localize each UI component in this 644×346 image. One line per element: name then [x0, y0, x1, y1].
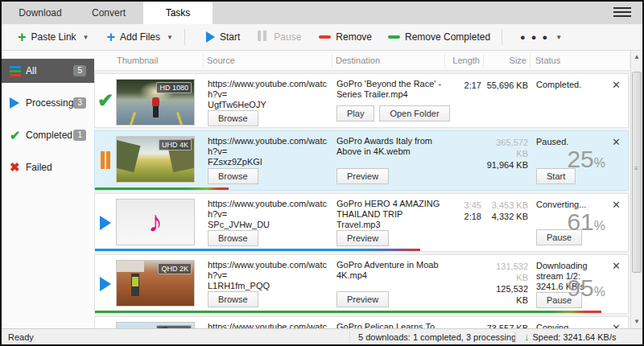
app-window: Download Convert Tasks + Paste Link ▼ + … [0, 0, 644, 346]
paste-link-button[interactable]: + Paste Link ▼ [13, 28, 93, 46]
progress-bar [95, 249, 420, 251]
sidebar-item-completed[interactable]: ✔ Completed 1 [2, 123, 94, 147]
length-cell [446, 317, 485, 328]
sidebar-item-all[interactable]: All 5 [2, 59, 94, 83]
quality-badge: UHD 4K [159, 139, 192, 150]
progress-bar [95, 187, 229, 190]
task-row[interactable]: ♪ https://www.youtube.com/watch?v=SPc_JV… [94, 193, 629, 252]
length-cell: 2:17 [446, 74, 485, 127]
tab-convert[interactable]: Convert [74, 2, 143, 24]
preview-button[interactable]: Preview [336, 230, 389, 246]
add-files-button[interactable]: + Add Files ▼ [101, 28, 177, 46]
source-url: https://www.youtube.com/watch?v=quf9nnOW… [208, 322, 328, 328]
status-speed: ↓ Speed: 3241.64 KB/s [515, 332, 616, 343]
source-url: https://www.youtube.com/watch?v=SPc_JVHw… [208, 199, 328, 230]
progress-bar [95, 311, 601, 313]
length-cell: 3:45 2:18 [446, 194, 485, 251]
chevron-down-icon[interactable]: ▼ [167, 34, 173, 41]
remove-completed-button[interactable]: Remove Completed [383, 28, 495, 46]
audio-thumbnail: ♪ [116, 199, 195, 245]
task-row[interactable]: ✔ HD 1080 https://www.youtube.com/watch?… [94, 73, 629, 128]
remove-icon [319, 35, 331, 39]
count-badge: 1 [73, 130, 86, 141]
destination-file: GoPro 'Beyond the Race' - Series Trailer… [336, 79, 443, 100]
chevron-down-icon: ▼ [555, 34, 562, 41]
start-button[interactable]: Start [201, 28, 245, 46]
remove-completed-label: Remove Completed [405, 31, 490, 43]
processing-icon [10, 97, 26, 109]
progress-percent: 61% [567, 210, 605, 238]
paste-link-label: Paste Link [31, 31, 76, 43]
count-badge: 5 [73, 65, 86, 76]
close-icon[interactable]: ✕ [612, 80, 621, 90]
scroll-down-icon[interactable]: ▼ [632, 316, 642, 327]
close-icon[interactable]: ✕ [612, 137, 621, 147]
pause-label: Pause [274, 31, 301, 43]
status-bar: Ready 5 downloads: 1 completed, 3 proces… [2, 328, 642, 344]
close-icon[interactable]: ✕ [612, 261, 621, 271]
processing-status-icon [100, 277, 111, 291]
scrollbar-thumb[interactable]: ≡ [632, 72, 642, 273]
chevron-down-icon[interactable]: ▼ [83, 34, 89, 41]
task-row[interactable]: QHD 2K https://www.youtube.com/watch?v=L… [94, 254, 629, 314]
video-thumbnail: HD 1080 [116, 79, 195, 126]
destination-file: GoPro Adventure in Moab 4K.mp4 [336, 260, 443, 281]
sidebar-label: Failed [26, 162, 52, 173]
processing-status-icon [100, 216, 111, 230]
remove-button[interactable]: Remove [314, 28, 377, 46]
scroll-up-icon[interactable]: ▲ [632, 51, 642, 63]
sidebar-label: Completed [26, 130, 72, 141]
col-thumbnail: Thumbnail [94, 54, 204, 68]
browse-button[interactable]: Browse [208, 110, 258, 126]
pause-button[interactable]: Pause [253, 27, 306, 47]
music-note-icon: ♪ [148, 208, 163, 237]
task-table: Thumbnail Source Destination Length Size… [94, 51, 630, 328]
task-row-selected[interactable]: UHD 4K https://www.youtube.com/watch?v=F… [94, 130, 629, 191]
more-actions-button[interactable]: ● ● ● ▼ [515, 29, 567, 45]
sidebar-item-failed[interactable]: ✖ Failed [2, 155, 94, 179]
tab-bar: Download Convert Tasks [2, 2, 642, 24]
source-url: https://www.youtube.com/watch?v=UgfTw6He… [208, 79, 328, 110]
play-icon [206, 31, 215, 43]
toolbar-separator [184, 29, 185, 45]
start-label: Start [220, 31, 240, 43]
browse-button[interactable]: Browse [208, 291, 258, 307]
remove-label: Remove [336, 31, 372, 43]
browse-button[interactable]: Browse [208, 230, 258, 246]
size-cell: 131,532 KB 125,532 KB [485, 255, 531, 313]
col-status: Status [530, 54, 630, 68]
toolbar-separator [502, 29, 502, 45]
scrollbar-grip: ≡ [634, 167, 639, 171]
size-cell: 365,572 KB 91,964 KB [485, 131, 531, 190]
status-text: Completed. [536, 80, 609, 90]
paused-status-icon [100, 151, 111, 171]
sidebar-item-processing[interactable]: Processing 3 [2, 91, 94, 115]
add-files-label: Add Files [120, 31, 160, 43]
tab-tasks[interactable]: Tasks [143, 2, 213, 24]
download-arrow-icon: ↓ [524, 332, 530, 343]
remove-completed-icon [388, 35, 400, 39]
video-thumbnail: HD 1080 [116, 322, 195, 328]
sidebar: All 5 Processing 3 ✔ Completed 1 ✖ Faile… [2, 51, 94, 328]
play-button[interactable]: Play [336, 105, 374, 122]
status-download-counts: 5 downloads: 1 completed, 3 processing [349, 332, 516, 343]
progress-percent: 95% [567, 276, 605, 304]
task-row[interactable]: HD 1080 https://www.youtube.com/watch?v=… [94, 316, 629, 328]
close-icon[interactable]: ✕ [612, 200, 621, 210]
open-folder-button[interactable]: Open Folder [379, 105, 449, 122]
col-size: Size [484, 54, 530, 68]
close-icon[interactable]: ✕ [612, 323, 621, 328]
pause-icon [258, 31, 269, 43]
vertical-scrollbar[interactable]: ▲ ≡ ▼ [630, 51, 642, 328]
preview-button[interactable]: Preview [336, 168, 389, 184]
status-text: Copying... [536, 323, 609, 328]
sidebar-label: Processing [26, 97, 73, 109]
browse-button[interactable]: Browse [208, 168, 258, 184]
length-cell [446, 255, 485, 313]
video-thumbnail: UHD 4K [116, 136, 195, 183]
preview-button[interactable]: Preview [336, 291, 389, 307]
x-icon: ✖ [10, 160, 26, 175]
col-source: Source [204, 54, 332, 68]
menu-icon[interactable] [613, 7, 631, 19]
tab-download[interactable]: Download [6, 2, 75, 24]
